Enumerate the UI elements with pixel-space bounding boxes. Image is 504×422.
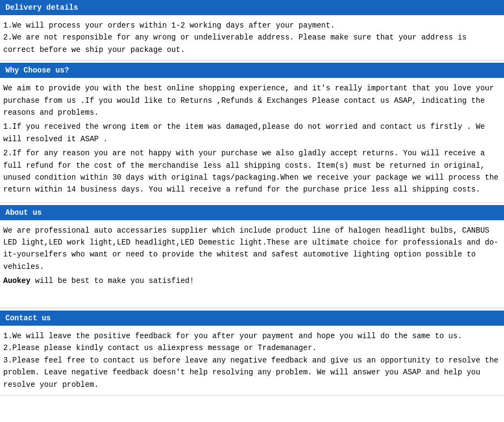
contact-line-2: 2.Please please kindly contact us aliexp… <box>3 342 501 354</box>
page-wrapper: Delivery details 1.We will process your … <box>0 0 504 395</box>
delivery-line-1: 1.We will process your orders within 1-2… <box>3 19 501 31</box>
contact-header: Contact us <box>0 311 504 326</box>
delivery-header: Delivery details <box>0 0 504 15</box>
contact-content: 1.We will leave the positive feedback fo… <box>0 326 504 395</box>
about-brand-line: Auokey will be best to make you satisfie… <box>3 275 501 287</box>
brand-suffix: will be best to make you satisfied! <box>30 276 194 285</box>
about-header: About us <box>0 205 504 220</box>
contact-section: Contact us 1.We will leave the positive … <box>0 311 504 395</box>
about-para-1: We are professional auto accessaries sup… <box>3 225 501 273</box>
delivery-content: 1.We will process your orders within 1-2… <box>0 15 504 61</box>
why-choose-para-1: We aim to provide you with the best onli… <box>3 82 501 118</box>
about-spacer <box>3 289 501 301</box>
delivery-line-2: 2.We are not responsible for any wrong o… <box>3 31 501 56</box>
about-content: We are professional auto accessaries sup… <box>0 220 504 308</box>
contact-line-1: 1.We will leave the positive feedback fo… <box>3 330 501 342</box>
why-choose-para-3: 2.If for any reason you are not happy wi… <box>3 147 501 196</box>
why-choose-section: Why Choose us? We aim to provide you wit… <box>0 63 504 203</box>
brand-name: Auokey <box>3 276 30 285</box>
delivery-section: Delivery details 1.We will process your … <box>0 0 504 61</box>
contact-line-3: 3.Please feel free to contact us before … <box>3 354 501 391</box>
why-choose-content: We aim to provide you with the best onli… <box>0 78 504 203</box>
why-choose-header: Why Choose us? <box>0 63 504 78</box>
about-section: About us We are professional auto access… <box>0 205 504 308</box>
why-choose-para-2: 1.If you received the wrong item or the … <box>3 121 501 145</box>
